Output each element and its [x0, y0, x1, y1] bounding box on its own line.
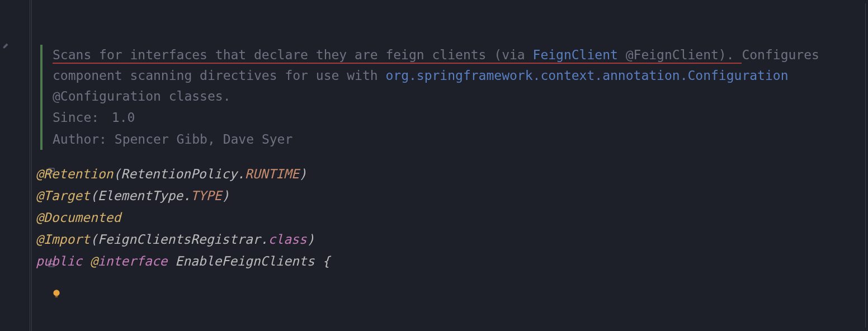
editor-content[interactable]: Scans for interfaces that declare they a… — [36, 0, 861, 331]
brace-open: { — [315, 254, 331, 268]
javadoc-link-feignclient[interactable]: FeignClient — [533, 48, 618, 64]
javadoc-link-configuration[interactable]: org.springframework.context.annotation.C… — [385, 68, 788, 83]
pencil-icon — [2, 41, 10, 49]
right-margin-line — [865, 3, 866, 328]
svg-point-0 — [53, 290, 59, 296]
constant: TYPE — [191, 188, 221, 203]
keyword-public: public — [36, 254, 90, 268]
gutter-folding — [23, 0, 37, 331]
code-line-target[interactable]: @Target(ElementType.TYPE) — [36, 185, 861, 207]
code-line-import[interactable]: @Import(FeignClientsRegistrar.class) — [36, 229, 861, 250]
javadoc-since-row: Since: 1.0 — [53, 107, 861, 128]
javadoc-author-label: Author: — [53, 129, 107, 150]
fold-guide-line — [31, 0, 32, 331]
type-name: EnableFeignClients — [175, 254, 314, 268]
javadoc-since-label: Since: — [53, 107, 104, 128]
keyword-interface: interface — [98, 254, 175, 268]
javadoc-description: Scans for interfaces that declare they a… — [53, 45, 861, 106]
identifier: ElementType — [98, 188, 183, 203]
gutter-primary — [0, 0, 23, 331]
javadoc-since-value: 1.0 — [112, 110, 135, 125]
svg-rect-1 — [55, 296, 58, 297]
annotation-retention: @Retention — [36, 167, 113, 181]
at-sign: @ — [90, 254, 98, 268]
fold-guide-line — [30, 0, 30, 331]
code-block[interactable]: @Retention(RetentionPolicy.RUNTIME) @Tar… — [36, 163, 861, 272]
keyword-class: class — [268, 232, 306, 247]
annotation-import: @Import — [36, 232, 90, 247]
annotation-target: @Target — [36, 188, 90, 203]
javadoc-author-value: Spencer Gibb, Dave Syer — [115, 132, 293, 146]
javadoc-text: Scans for interfaces that declare they a… — [53, 48, 533, 64]
javadoc-block: Scans for interfaces that declare they a… — [40, 45, 861, 150]
identifier: RetentionPolicy — [121, 167, 237, 181]
identifier: FeignClientsRegistrar — [98, 232, 261, 247]
annotation-documented: @Documented — [36, 210, 121, 225]
javadoc-author-row: Author: Spencer Gibb, Dave Syer — [53, 129, 861, 150]
javadoc-text: @Configuration classes. — [53, 89, 231, 103]
constant: RUNTIME — [245, 167, 299, 181]
javadoc-text: @FeignClient). — [618, 48, 742, 64]
lightbulb-icon[interactable] — [51, 289, 62, 299]
code-line-documented[interactable]: @Documented — [36, 207, 861, 229]
code-line-retention[interactable]: @Retention(RetentionPolicy.RUNTIME) — [36, 163, 861, 185]
code-line-declaration[interactable]: public @interface EnableFeignClients { — [36, 250, 861, 272]
